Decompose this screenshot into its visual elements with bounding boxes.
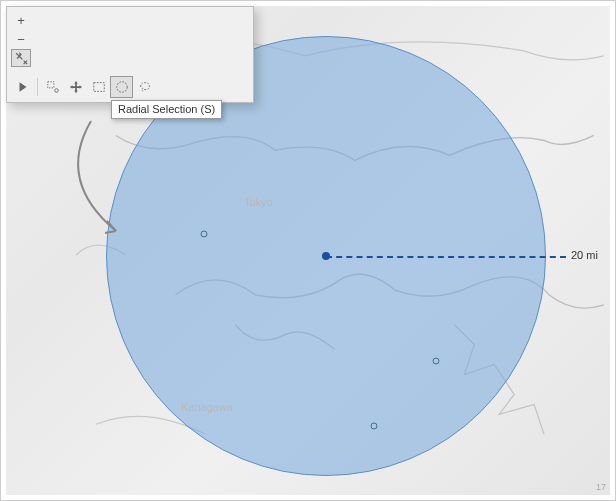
radial-radius-line (326, 256, 566, 258)
tooltip: Radial Selection (S) (111, 100, 222, 119)
map-attribution: 17 (596, 482, 606, 492)
pin-tool-button[interactable] (11, 49, 31, 67)
svg-rect-2 (47, 82, 53, 88)
map-data-point (201, 231, 208, 238)
zoom-in-button[interactable]: + (11, 11, 31, 29)
svg-point-3 (54, 89, 58, 93)
circle-icon (115, 80, 129, 94)
map-label-tokyo: Tokyo (244, 196, 273, 208)
map-toolbar: + − (6, 6, 254, 103)
radial-select-button[interactable] (110, 76, 133, 98)
pan-icon (69, 80, 83, 94)
point-select-icon (46, 80, 60, 94)
pan-button[interactable] (64, 76, 87, 98)
map-data-point (433, 358, 440, 365)
expand-tools-button[interactable] (11, 76, 34, 98)
rectangle-icon (92, 80, 106, 94)
zoom-out-button[interactable]: − (11, 30, 31, 48)
lasso-icon (138, 80, 152, 94)
tooltip-text: Radial Selection (S) (118, 103, 215, 115)
svg-rect-4 (93, 83, 104, 92)
radial-radius-label: 20 mi (571, 249, 598, 261)
lasso-select-button[interactable] (133, 76, 156, 98)
svg-point-5 (116, 82, 127, 93)
play-icon (16, 80, 30, 94)
minus-icon: − (17, 32, 25, 47)
rectangular-select-button[interactable] (87, 76, 110, 98)
map-label-kanagawa: Kanagawa (181, 401, 233, 413)
map-data-point (371, 423, 378, 430)
pin-x-icon (14, 51, 28, 65)
point-select-button[interactable] (41, 76, 64, 98)
toolbar-divider (37, 78, 38, 96)
plus-icon: + (17, 13, 25, 28)
